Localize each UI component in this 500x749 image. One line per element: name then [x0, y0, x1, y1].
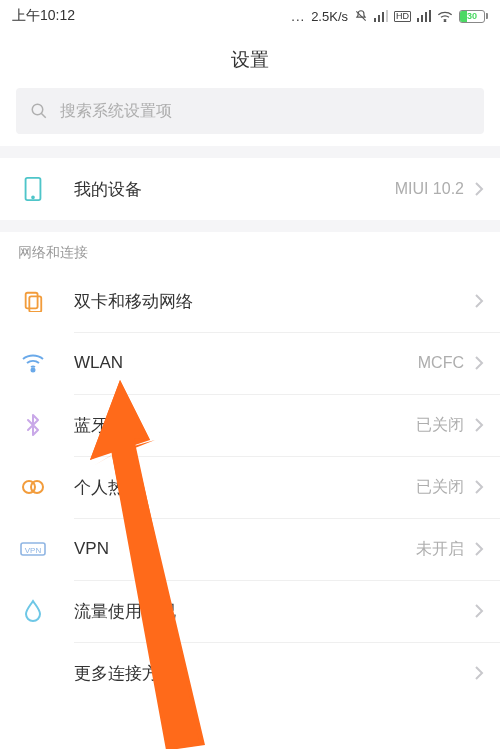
row-vpn[interactable]: VPN VPN 未开启	[0, 518, 500, 580]
row-wlan[interactable]: WLAN MCFC	[0, 332, 500, 394]
battery-icon: 30	[459, 10, 488, 23]
row-more-connections[interactable]: 更多连接方式	[0, 642, 500, 704]
row-label: 个人热点	[74, 476, 416, 499]
svg-point-9	[444, 21, 445, 22]
search-icon	[30, 102, 48, 120]
chevron-right-icon	[474, 417, 484, 433]
svg-point-18	[31, 481, 43, 493]
svg-point-10	[32, 104, 43, 115]
svg-rect-1	[374, 18, 376, 22]
section-gap	[0, 146, 500, 158]
wifi-icon	[18, 353, 48, 373]
svg-rect-3	[382, 12, 384, 22]
search-input[interactable]	[60, 102, 470, 120]
row-bluetooth[interactable]: 蓝牙 已关闭	[0, 394, 500, 456]
row-hotspot[interactable]: 个人热点 已关闭	[0, 456, 500, 518]
droplet-icon	[18, 599, 48, 623]
section-title-network: 网络和连接	[0, 232, 500, 270]
svg-rect-15	[29, 296, 41, 312]
svg-rect-8	[429, 10, 431, 22]
row-label: 流量使用情况	[74, 600, 464, 623]
row-dual-sim[interactable]: 双卡和移动网络	[0, 270, 500, 332]
chevron-right-icon	[474, 541, 484, 557]
svg-line-11	[41, 113, 46, 118]
status-net-speed: 2.5K/s	[311, 9, 348, 24]
sim-icon	[18, 290, 48, 312]
row-label: 我的设备	[74, 178, 395, 201]
svg-rect-5	[417, 18, 419, 22]
row-label: 蓝牙	[74, 414, 416, 437]
row-label: WLAN	[74, 353, 418, 373]
row-label: VPN	[74, 539, 416, 559]
wifi-icon	[437, 10, 453, 22]
svg-rect-14	[26, 293, 38, 309]
row-data-usage[interactable]: 流量使用情况	[0, 580, 500, 642]
row-value: MCFC	[418, 354, 464, 372]
chevron-right-icon	[474, 665, 484, 681]
svg-point-16	[32, 369, 35, 372]
vpn-icon: VPN	[18, 540, 48, 558]
status-dots: ...	[291, 9, 305, 24]
section-gap	[0, 220, 500, 232]
svg-text:VPN: VPN	[25, 546, 42, 555]
hd-icon: HD	[394, 11, 411, 22]
row-value: 已关闭	[416, 477, 464, 498]
status-bar: 上午10:12 ... 2.5K/s HD 30	[0, 0, 500, 32]
row-value: 未开启	[416, 539, 464, 560]
signal2-icon	[417, 10, 431, 22]
search-box[interactable]	[16, 88, 484, 134]
svg-rect-6	[421, 15, 423, 22]
svg-rect-4	[386, 10, 388, 22]
status-right: ... 2.5K/s HD 30	[291, 9, 488, 24]
hotspot-icon	[18, 477, 48, 497]
status-time: 上午10:12	[12, 7, 75, 25]
row-value: 已关闭	[416, 415, 464, 436]
chevron-right-icon	[474, 603, 484, 619]
row-my-device[interactable]: 我的设备 MIUI 10.2	[0, 158, 500, 220]
bluetooth-icon	[18, 413, 48, 437]
svg-rect-2	[378, 15, 380, 22]
chevron-right-icon	[474, 479, 484, 495]
chevron-right-icon	[474, 355, 484, 371]
svg-rect-7	[425, 12, 427, 22]
mute-icon	[354, 9, 368, 23]
chevron-right-icon	[474, 181, 484, 197]
signal-icon	[374, 10, 388, 22]
row-label: 更多连接方式	[74, 662, 464, 685]
chevron-right-icon	[474, 293, 484, 309]
device-icon	[18, 176, 48, 202]
svg-point-13	[32, 196, 34, 198]
row-value: MIUI 10.2	[395, 180, 464, 198]
page-title: 设置	[0, 32, 500, 88]
row-label: 双卡和移动网络	[74, 290, 464, 313]
